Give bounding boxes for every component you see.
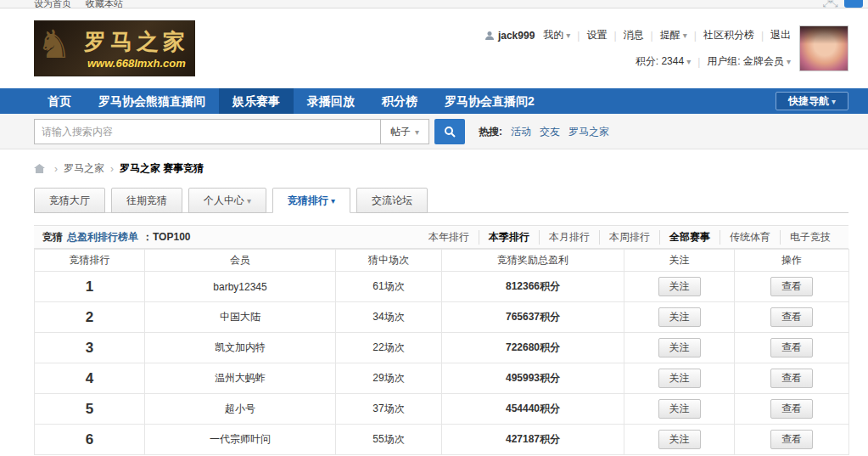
filter-season[interactable]: 本季排行 bbox=[479, 230, 539, 245]
nav-item-replay[interactable]: 录播回放 bbox=[294, 88, 368, 114]
hot-link-site[interactable]: 罗马之家 bbox=[568, 125, 609, 139]
breadcrumb-home-link[interactable]: 罗马之家 bbox=[64, 161, 104, 176]
hot-link-activity[interactable]: 活动 bbox=[511, 125, 531, 139]
wins-count: 61场次 bbox=[336, 272, 442, 302]
view-button[interactable]: 查看 bbox=[770, 430, 813, 449]
breadcrumb-separator bbox=[104, 163, 120, 175]
chevron-down-icon bbox=[412, 126, 419, 138]
hot-link-friends[interactable]: 交友 bbox=[540, 125, 560, 139]
table-row: 4 温州大蚂蚱 29场次 495993积分 关注 查看 bbox=[35, 363, 849, 394]
hot-search-label: 热搜: bbox=[479, 125, 502, 139]
main-nav: 首页 罗马协会熊猫直播间 娱乐赛事 录播回放 积分榜 罗马协会直播间2 快捷导航 bbox=[0, 88, 868, 114]
set-home-link[interactable]: 设为首页 bbox=[34, 0, 71, 8]
username[interactable]: jack999 bbox=[484, 30, 535, 42]
user-area: jack999 我的 设置 消息 提醒 社区积分榜 退出 积分: 2344 用户… bbox=[484, 28, 791, 69]
rank-number: 3 bbox=[35, 333, 145, 363]
tab-ranking[interactable]: 竞猜排行 bbox=[272, 188, 350, 213]
wins-count: 37场次 bbox=[336, 394, 442, 425]
site-logo[interactable]: ♞ 罗马之家 www.668lmxh.com bbox=[34, 20, 195, 76]
site-header: ♞ 罗马之家 www.668lmxh.com jack999 我的 设置 消息 … bbox=[0, 8, 868, 88]
member-name: barby12345 bbox=[145, 272, 336, 302]
breadcrumb: 罗马之家 罗马之家 赛事竞猜 bbox=[34, 161, 848, 176]
chevron-down-icon bbox=[328, 194, 335, 206]
col-follow: 关注 bbox=[624, 250, 735, 272]
follow-button[interactable]: 关注 bbox=[658, 430, 701, 449]
search-category-dropdown[interactable]: 帖子 bbox=[380, 119, 429, 144]
fullscreen-icon[interactable]: ⤢⤡ bbox=[822, 0, 837, 8]
leaderboard-link[interactable]: 社区积分榜 bbox=[703, 28, 754, 42]
member-name: 温州大蚂蚱 bbox=[145, 363, 336, 394]
ranking-board-header: 竞猜 总盈利排行榜单 ：TOP100 本年排行 本季排行 本月排行 本周排行 全… bbox=[34, 225, 848, 249]
rank-number: 4 bbox=[35, 363, 145, 394]
filter-week[interactable]: 本周排行 bbox=[599, 230, 659, 245]
profit-value: 427187积分 bbox=[442, 425, 624, 455]
chevron-down-icon bbox=[563, 29, 570, 41]
chevron-down-icon bbox=[829, 95, 836, 107]
filter-year[interactable]: 本年排行 bbox=[419, 230, 479, 245]
col-rank: 竞猜排行 bbox=[35, 250, 145, 272]
view-button[interactable]: 查看 bbox=[770, 277, 813, 296]
tab-past[interactable]: 往期竞猜 bbox=[111, 188, 182, 213]
messages-link[interactable]: 消息 bbox=[624, 28, 644, 42]
logout-link[interactable]: 退出 bbox=[770, 28, 791, 42]
board-title-link[interactable]: 总盈利排行榜单 bbox=[67, 230, 138, 245]
follow-button[interactable]: 关注 bbox=[658, 277, 701, 296]
search-button[interactable] bbox=[434, 119, 465, 144]
board-title: 竞猜 总盈利排行榜单 ：TOP100 bbox=[42, 230, 190, 245]
tab-personal-center[interactable]: 个人中心 bbox=[188, 188, 266, 213]
favorite-link[interactable]: 收藏本站 bbox=[86, 0, 123, 8]
filter-month[interactable]: 本月排行 bbox=[539, 230, 599, 245]
home-icon[interactable] bbox=[34, 164, 45, 173]
rank-number: 6 bbox=[35, 425, 145, 455]
filter-traditional-sports[interactable]: 传统体育 bbox=[720, 230, 780, 245]
logo-title: 罗马之家 bbox=[84, 27, 189, 57]
my-menu[interactable]: 我的 bbox=[543, 28, 570, 42]
member-name: 中国大陆 bbox=[145, 302, 336, 333]
search-icon bbox=[444, 126, 456, 138]
table-row: 6 一代宗师叶问 55场次 427187积分 关注 查看 bbox=[35, 425, 849, 455]
view-button[interactable]: 查看 bbox=[770, 307, 813, 327]
filter-esports[interactable]: 电子竞技 bbox=[780, 230, 840, 245]
avatar[interactable] bbox=[799, 25, 848, 71]
search-input[interactable] bbox=[34, 119, 380, 144]
chevron-down-icon bbox=[684, 55, 691, 67]
view-button[interactable]: 查看 bbox=[770, 338, 813, 357]
usergroup-dropdown[interactable]: 用户组: 金牌会员 bbox=[707, 54, 791, 69]
col-member: 会员 bbox=[145, 250, 336, 272]
nav-item-panda-live[interactable]: 罗马协会熊猫直播间 bbox=[85, 88, 219, 114]
col-profit: 竞猜奖励总盈利 bbox=[442, 250, 624, 272]
table-header-row: 竞猜排行 会员 猜中场次 竞猜奖励总盈利 关注 操作 bbox=[35, 250, 849, 272]
follow-button[interactable]: 关注 bbox=[658, 307, 701, 327]
logo-url: www.668lmxh.com bbox=[87, 57, 186, 70]
profit-value: 765637积分 bbox=[442, 302, 624, 333]
nav-item-points[interactable]: 积分榜 bbox=[368, 88, 431, 114]
nav-item-home[interactable]: 首页 bbox=[34, 88, 85, 114]
quick-nav-button[interactable]: 快捷导航 bbox=[776, 92, 848, 110]
rank-number: 5 bbox=[35, 394, 145, 425]
tab-lobby[interactable]: 竞猜大厅 bbox=[34, 188, 105, 213]
profit-value: 454440积分 bbox=[442, 394, 624, 425]
wins-count: 34场次 bbox=[336, 302, 442, 333]
app-widget-icon[interactable] bbox=[844, 0, 863, 8]
tab-forum[interactable]: 交流论坛 bbox=[356, 188, 428, 213]
breadcrumb-current: 罗马之家 赛事竞猜 bbox=[120, 161, 204, 176]
nav-item-entertainment[interactable]: 娱乐赛事 bbox=[219, 88, 294, 114]
horse-knight-icon: ♞ bbox=[36, 25, 71, 64]
section-tabs: 竞猜大厅 往期竞猜 个人中心 竞猜排行 交流论坛 bbox=[34, 187, 848, 213]
credits-dropdown[interactable]: 积分: 2344 bbox=[636, 54, 691, 69]
rank-number: 2 bbox=[35, 302, 145, 333]
filter-all-events[interactable]: 全部赛事 bbox=[659, 230, 720, 245]
profit-value: 722680积分 bbox=[442, 333, 624, 363]
chevron-down-icon bbox=[244, 194, 251, 206]
follow-button[interactable]: 关注 bbox=[658, 338, 701, 357]
member-name: 超小号 bbox=[145, 394, 336, 425]
view-button[interactable]: 查看 bbox=[770, 399, 813, 419]
follow-button[interactable]: 关注 bbox=[658, 369, 701, 388]
chevron-down-icon bbox=[784, 55, 791, 67]
notices-menu[interactable]: 提醒 bbox=[660, 28, 687, 42]
table-row: 1 barby12345 61场次 812366积分 关注 查看 bbox=[35, 272, 849, 302]
follow-button[interactable]: 关注 bbox=[658, 399, 701, 419]
nav-item-live2[interactable]: 罗马协会直播间2 bbox=[431, 88, 548, 114]
settings-link[interactable]: 设置 bbox=[586, 28, 607, 42]
view-button[interactable]: 查看 bbox=[770, 369, 813, 388]
